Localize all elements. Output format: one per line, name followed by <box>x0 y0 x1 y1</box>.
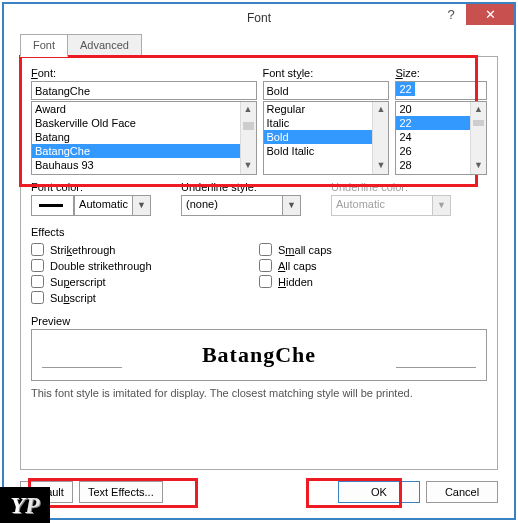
underline-color-combo: Automatic ▼ <box>331 195 451 216</box>
scroll-down-icon[interactable]: ▼ <box>471 158 486 174</box>
superscript-checkbox[interactable]: Superscript <box>31 275 259 288</box>
hidden-checkbox[interactable]: Hidden <box>259 275 487 288</box>
font-label: Font: <box>31 67 257 79</box>
size-input[interactable]: 22 <box>395 81 487 100</box>
color-swatch-icon <box>39 204 63 207</box>
scrollbar[interactable]: ▲ ▼ <box>372 102 388 174</box>
tab-advanced[interactable]: Advanced <box>67 34 142 57</box>
strikethrough-checkbox[interactable]: Strikethrough <box>31 243 259 256</box>
list-item[interactable]: Batang <box>32 130 256 144</box>
watermark-logo: YP <box>0 487 50 523</box>
effects-label: Effects <box>31 226 487 238</box>
effects-group: Effects Strikethrough Double strikethrou… <box>31 226 487 307</box>
list-item[interactable]: Regular <box>264 102 389 116</box>
preview-note: This font style is imitated for display.… <box>31 387 487 399</box>
underline-style-combo[interactable]: (none) ▼ <box>181 195 301 216</box>
style-listbox[interactable]: RegularItalicBoldBold Italic ▲ ▼ <box>263 101 390 175</box>
close-button[interactable]: ✕ <box>466 4 514 25</box>
preview-text: BatangChe <box>202 342 316 368</box>
scroll-down-icon[interactable]: ▼ <box>373 158 388 174</box>
style-label: Font style: <box>263 67 390 79</box>
help-button[interactable]: ? <box>436 4 466 25</box>
underline-color-label: Underline color: <box>331 181 451 193</box>
list-item[interactable]: BatangChe <box>32 144 256 158</box>
text-effects-button[interactable]: Text Effects... <box>79 481 163 503</box>
list-item[interactable]: Italic <box>264 116 389 130</box>
scrollbar[interactable]: ▲ ▼ <box>240 102 256 174</box>
font-color-combo[interactable]: Automatic ▼ <box>31 195 151 216</box>
preview-label: Preview <box>31 315 487 327</box>
tab-panel-font: Font: AwardBaskerville Old FaceBatangBat… <box>20 56 498 470</box>
list-item[interactable]: Bold Italic <box>264 144 389 158</box>
scroll-up-icon[interactable]: ▲ <box>373 102 388 118</box>
scrollbar[interactable]: ▲ ▼ <box>470 102 486 174</box>
scroll-up-icon[interactable]: ▲ <box>241 102 256 118</box>
size-listbox[interactable]: 2022242628 ▲ ▼ <box>395 101 487 175</box>
title-bar: Font ? ✕ <box>4 4 514 32</box>
all-caps-checkbox[interactable]: All caps <box>259 259 487 272</box>
subscript-checkbox[interactable]: Subscript <box>31 291 259 304</box>
double-strikethrough-checkbox[interactable]: Double strikethrough <box>31 259 259 272</box>
scroll-down-icon[interactable]: ▼ <box>241 158 256 174</box>
underline-style-label: Underline style: <box>181 181 301 193</box>
chevron-down-icon[interactable]: ▼ <box>133 195 151 216</box>
font-input[interactable] <box>31 81 257 100</box>
preview-box: BatangChe <box>31 329 487 381</box>
ok-button[interactable]: OK <box>338 481 420 503</box>
size-label: Size: <box>395 67 487 79</box>
chevron-down-icon: ▼ <box>433 195 451 216</box>
list-item[interactable]: Bauhaus 93 <box>32 158 256 172</box>
style-input[interactable] <box>263 81 390 100</box>
list-item[interactable]: Bold <box>264 130 389 144</box>
scroll-up-icon[interactable]: ▲ <box>471 102 486 118</box>
chevron-down-icon[interactable]: ▼ <box>283 195 301 216</box>
list-item[interactable]: Baskerville Old Face <box>32 116 256 130</box>
small-caps-checkbox[interactable]: Small caps <box>259 243 487 256</box>
font-listbox[interactable]: AwardBaskerville Old FaceBatangBatangChe… <box>31 101 257 175</box>
font-color-label: Font color: <box>31 181 151 193</box>
list-item[interactable]: Award <box>32 102 256 116</box>
cancel-button[interactable]: Cancel <box>426 481 498 503</box>
tab-font[interactable]: Font <box>20 34 68 57</box>
tab-strip: Font Advanced <box>20 34 514 57</box>
